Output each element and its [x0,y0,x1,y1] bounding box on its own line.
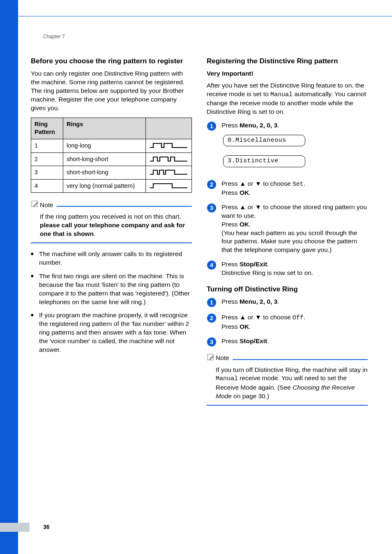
bs1-bold: Menu [240,298,256,305]
svg-text:3: 3 [210,204,213,211]
b-step-2: 2 Press ▲ or ▼ to choose Off. Press OK. [207,313,368,331]
left-margin-stripe [0,0,18,554]
s2-ok-post: . [249,189,251,196]
step-3: 3 Press ▲ or ▼ to choose the stored ring… [207,203,368,255]
lcd-distinctive: 3.Distinctive [223,155,305,167]
n2-pre: If you turn off Distinctive Ring, the ma… [216,366,367,373]
s3c: (You hear each pattern as you scroll thr… [221,229,368,255]
s2-ok-pre: Press [221,189,240,196]
note2-header: Note [207,353,368,364]
s2-mid: to choose [261,180,293,187]
cell-rings-4: very long (normal pattern) [63,179,146,193]
step1-seq: , 2, 0, 3 [256,122,277,129]
step-3-body: Press ▲ or ▼ to choose the stored ring p… [221,203,368,255]
cell-rings-2: short-long-short [63,152,146,166]
step-1: 1 Press Menu, 2, 0, 3. 0.Miscellaneous 3… [207,121,368,173]
bs3-pre: Press [221,337,240,344]
step-badge-2-icon: 2 [207,180,218,189]
bs2-pre: Press [221,314,240,321]
s2-arrows: ▲ or ▼ [240,180,261,187]
bs2-ok-pre: Press [221,323,240,330]
s2-post: . [304,180,305,187]
s3b-pre: Press [221,221,240,228]
cell-pattern-4: 4 [31,179,63,193]
b-step-3: 3 Press Stop/Exit. [207,337,368,347]
table-row: 4 very long (normal pattern) [31,179,192,193]
bs1-period: . [277,298,279,305]
s4-pre: Press [221,261,240,268]
bs2-post: . [304,314,305,321]
bs2-arr: ▲ or ▼ [240,314,261,321]
step1-bold: Menu [240,122,256,129]
svg-text:3: 3 [210,338,213,345]
right-heading-register: Registering the Distinctive Ring pattern [207,57,368,65]
step-badge-3-icon: 3 [207,203,218,213]
step-badge-2b-icon: 2 [207,313,218,323]
s4-bold: Stop/Exit [240,261,267,268]
note-text-post: . [94,230,95,237]
table-row: 3 short-short-long [31,166,192,180]
step-2: 2 Press ▲ or ▼ to choose Set. Press OK. [207,180,368,197]
b-step-3-body: Press Stop/Exit. [221,337,368,346]
svg-text:2: 2 [210,181,213,188]
s2-mono: Set [293,181,304,188]
ring-pattern-table: Ring Pattern Rings 1 long-long [31,118,192,193]
cell-rings-3: short-short-long [63,166,146,180]
svg-text:2: 2 [210,314,213,321]
note-rule-icon [57,206,192,207]
page-number: 36 [43,524,50,530]
bs3-post: . [267,337,269,344]
left-column: Before you choose the ring pattern to re… [31,57,192,412]
wave-short-long-short-icon [146,152,192,166]
page: Chapter 7 Before you choose the ring pat… [0,0,392,554]
note-pencil-icon [31,199,40,211]
bs2-ok-post: . [249,323,251,330]
s3a-pre: Press [221,203,240,210]
bs2-mid: to choose [261,314,293,321]
note-pencil-icon [207,353,216,364]
right-heading-turnoff: Turning off Distinctive Ring [207,285,368,293]
step-badge-1b-icon: 1 [207,298,218,307]
note2-rule-icon [233,359,368,360]
footer-bar [0,523,30,532]
bs2-ok-bold: OK [240,323,249,330]
s3b-bold: OK [240,221,249,228]
left-intro: You can only register one Distinctive Ri… [31,69,192,113]
content-columns: Before you choose the ring pattern to re… [31,57,368,412]
right-column: Registering the Distinctive Ring pattern… [207,57,368,412]
th-ring-pattern: Ring Pattern [31,118,63,139]
wave-short-short-long-icon [146,166,192,180]
list-item: If you program the machine properly, it … [31,311,192,354]
note-text-pre: If the ring pattern you received is not … [40,213,181,220]
wave-long-long-icon [146,139,192,152]
s4-post: . [267,261,269,268]
step-4-body: Press Stop/Exit. Distinctive Ring is now… [221,260,368,277]
svg-text:1: 1 [210,122,213,129]
list-item: The machine will only answer calls to it… [31,250,192,267]
step-2-body: Press ▲ or ▼ to choose Set. Press OK. [221,180,368,197]
step-4: 4 Press Stop/Exit. Distinctive Ring is n… [207,260,368,277]
svg-text:1: 1 [210,299,213,306]
n2-post: on page 30.) [232,392,269,399]
step-1-body: Press Menu, 2, 0, 3. 0.Miscellaneous 3.D… [221,121,368,173]
bs3-bold: Stop/Exit [240,337,267,344]
s2-ok-bold: OK [240,189,249,196]
note2-label: Note [216,354,229,362]
bs1-pre: Press [221,298,240,305]
note2-body: If you turn off Distinctive Ring, the ma… [207,364,368,406]
svg-text:4: 4 [210,261,214,268]
s3b-post: . [249,221,251,228]
cell-pattern-3: 3 [31,166,63,180]
table-row: 1 long-long [31,139,192,152]
b-step-1-body: Press Menu, 2, 0, 3. [221,298,368,306]
cell-pattern-1: 1 [31,139,63,152]
table-row: 2 short-long-short [31,152,192,166]
bs1-seq: , 2, 0, 3 [256,298,277,305]
bs2-mono: Off [293,314,304,321]
n2-mono: Manual [216,375,238,382]
note-body: If the ring pattern you received is not … [31,211,192,243]
note-header: Note [31,199,192,211]
step-badge-3b-icon: 3 [207,337,218,347]
b-step-2-body: Press ▲ or ▼ to choose Off. Press OK. [221,313,368,331]
th-wave [146,118,192,139]
